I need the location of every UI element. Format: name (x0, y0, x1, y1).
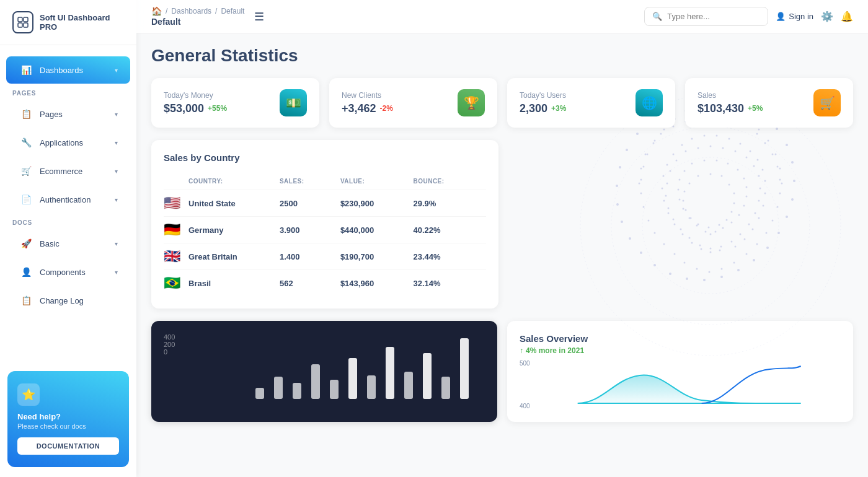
sidebar-item-label: Pages (40, 110, 108, 119)
svg-point-133 (748, 224, 750, 225)
svg-point-6 (642, 157, 779, 294)
svg-point-99 (663, 175, 665, 177)
svg-point-82 (674, 253, 676, 255)
svg-point-147 (743, 178, 745, 180)
svg-rect-184 (348, 358, 357, 399)
search-box[interactable]: 🔍 (644, 7, 768, 26)
topbar: 🏠 / Dashboards / Default Default ☰ 🔍 👤 S… (136, 0, 868, 33)
page-title: General Statistics (151, 46, 853, 66)
help-card: ⭐ Need help? Please check our docs DOCUM… (7, 371, 129, 467)
svg-point-32 (791, 198, 794, 201)
stat-card-left: New Clients +3,462 -2% (342, 91, 393, 115)
svg-point-63 (660, 133, 662, 135)
svg-point-83 (733, 262, 735, 264)
documentation-button[interactable]: DOCUMENTATION (17, 437, 119, 455)
svg-point-106 (758, 217, 760, 219)
svg-point-122 (676, 160, 678, 162)
svg-point-5 (611, 126, 810, 325)
notifications-icon[interactable]: 🔔 (841, 11, 853, 22)
svg-point-124 (670, 170, 671, 172)
svg-point-159 (722, 227, 724, 229)
sidebar-item-ecommerce[interactable]: 🛒 Ecommerce ▾ (6, 157, 130, 185)
main-area: 🏠 / Dashboards / Default Default ☰ 🔍 👤 S… (136, 0, 868, 477)
svg-point-164 (710, 173, 712, 175)
svg-point-142 (704, 160, 706, 162)
changelog-icon: 📋 (19, 293, 33, 308)
svg-point-119 (722, 147, 724, 149)
svg-point-95 (673, 154, 675, 155)
svg-point-139 (720, 246, 722, 248)
svg-point-73 (772, 220, 774, 222)
stats-row: Today's Money $53,000 +55% 💵 New Clients… (151, 78, 853, 128)
help-subtitle: Please check our docs (17, 422, 119, 430)
svg-point-163 (698, 175, 699, 177)
svg-point-141 (691, 163, 693, 165)
chevron-icon: ▾ (115, 111, 118, 118)
svg-point-129 (758, 200, 760, 202)
svg-point-49 (626, 149, 628, 151)
svg-point-125 (758, 175, 760, 177)
country-value: $190,700 (340, 252, 414, 261)
sales-by-country-title: Sales by Country (164, 152, 486, 163)
settings-icon[interactable]: ⚙️ (821, 11, 833, 22)
sidebar-item-authentication[interactable]: 📄 Authentication ▾ (6, 186, 130, 213)
current-page-label: Default (151, 17, 244, 27)
svg-point-34 (777, 232, 780, 234)
svg-point-69 (643, 166, 645, 168)
content-inner: General Statistics Today's Money $53,000… (151, 46, 853, 422)
svg-point-177 (719, 224, 720, 226)
overview-subtitle: ↑ 4% more in 2021 (520, 346, 841, 355)
svg-point-75 (643, 206, 645, 208)
user-icon: 👤 (776, 12, 786, 21)
country-row: 🇬🇧 Great Britain 1.400 $190,700 23.44% (164, 243, 486, 270)
sign-in-button[interactable]: 👤 Sign in (776, 12, 813, 21)
svg-rect-186 (386, 347, 394, 399)
svg-point-12 (768, 140, 769, 142)
flag-germany: 🇩🇪 (164, 222, 188, 238)
svg-rect-179 (255, 388, 264, 399)
home-icon[interactable]: 🏠 (151, 6, 162, 16)
svg-point-105 (668, 212, 670, 214)
pages-section-label: PAGES (0, 85, 136, 99)
svg-point-120 (735, 151, 737, 152)
svg-rect-180 (274, 377, 283, 399)
svg-rect-182 (311, 364, 320, 399)
svg-point-103 (663, 200, 665, 202)
svg-point-41 (669, 273, 671, 275)
breadcrumb-dashboards[interactable]: Dashboards (171, 7, 211, 15)
svg-rect-183 (330, 380, 339, 399)
svg-rect-187 (404, 372, 413, 399)
svg-point-42 (653, 264, 656, 266)
stat-card-sales: Sales $103,430 +5% 🛒 (685, 78, 853, 128)
sidebar-item-basic[interactable]: 🚀 Basic ▾ (6, 230, 130, 257)
clients-change: -2% (380, 104, 393, 113)
svg-point-89 (704, 135, 706, 137)
sales-overview-card: Sales Overview ↑ 4% more in 2021 500 400 (507, 321, 853, 422)
svg-point-148 (679, 179, 681, 181)
sidebar-item-changelog[interactable]: 📋 Change Log (6, 287, 130, 314)
sidebar-nav: 📊 Dashboards ▾ PAGES 📋 Pages ▾ 🔧 Applica… (0, 45, 136, 361)
svg-point-76 (648, 220, 650, 222)
svg-point-128 (665, 195, 667, 197)
search-input[interactable] (667, 12, 754, 21)
sidebar-item-pages[interactable]: 📋 Pages ▾ (6, 100, 130, 128)
svg-rect-190 (460, 338, 469, 399)
breadcrumb-default[interactable]: Default (221, 7, 244, 15)
basic-icon: 🚀 (19, 236, 33, 251)
svg-point-158 (696, 225, 698, 227)
svg-point-140 (710, 248, 712, 250)
country-name: United State (188, 199, 280, 208)
col-header-bounce: Bounce: (413, 178, 486, 185)
svg-point-97 (666, 164, 668, 166)
country-value: $440,000 (340, 225, 414, 235)
sidebar-item-components[interactable]: 👤 Components ▾ (6, 258, 130, 286)
sidebar-item-dashboards[interactable]: 📊 Dashboards ▾ (6, 56, 130, 84)
svg-point-127 (760, 188, 761, 190)
svg-point-109 (682, 234, 684, 235)
hamburger-icon[interactable]: ☰ (254, 10, 264, 24)
sidebar-item-applications[interactable]: 🔧 Applications ▾ (6, 129, 130, 156)
svg-point-153 (743, 205, 745, 207)
svg-point-29 (786, 144, 788, 146)
svg-point-100 (764, 180, 766, 182)
svg-point-93 (681, 144, 683, 146)
